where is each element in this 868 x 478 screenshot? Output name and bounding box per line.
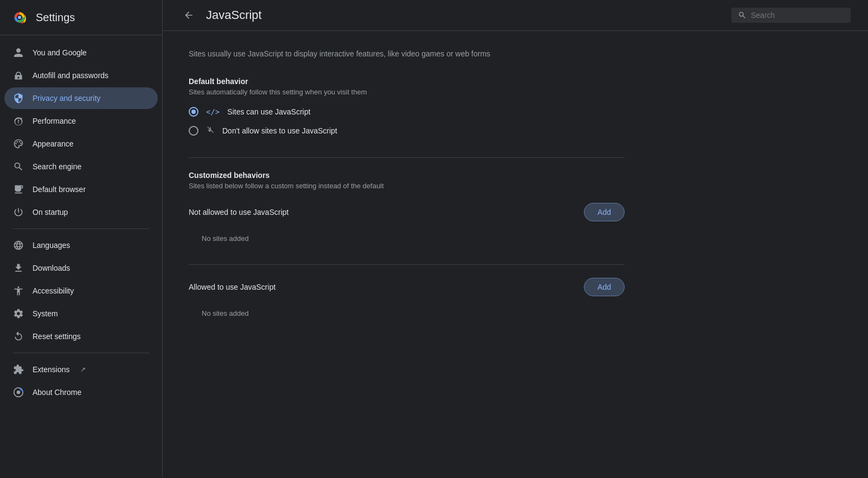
content-area: Sites usually use JavaScript to display … (163, 31, 651, 356)
appearance-icon (13, 138, 24, 149)
main-content: JavaScript Sites usually use JavaScript … (163, 0, 868, 478)
shield-icon (13, 93, 24, 104)
default-behavior-section: Default behavior Sites automatically fol… (189, 77, 625, 136)
sidebar-item-label: Search engine (33, 162, 81, 171)
radio-circle-allow[interactable] (189, 107, 198, 117)
sidebar-item-label: Accessibility (33, 286, 74, 295)
sidebar-title: Settings (36, 11, 75, 24)
sidebar-item-label: Extensions (33, 365, 69, 374)
radio-label-deny: Don't allow sites to use JavaScript (222, 126, 337, 135)
sidebar-item-label: Performance (33, 117, 76, 125)
chrome-about-icon (13, 387, 24, 398)
not-allowed-empty: No sites added (189, 226, 625, 251)
extensions-external-icon: ↗ (80, 366, 86, 373)
sidebar-item-on-startup[interactable]: On startup (4, 201, 158, 223)
sidebar-item-system[interactable]: System (4, 303, 158, 324)
languages-icon (13, 240, 24, 251)
performance-icon (13, 116, 24, 126)
sidebar-item-label: Default browser (33, 185, 86, 194)
sidebar-item-you-and-google[interactable]: You and Google (4, 42, 158, 63)
sidebar-item-about-chrome[interactable]: About Chrome (4, 381, 158, 403)
sidebar-divider-1 (13, 228, 149, 229)
allowed-add-button[interactable]: Add (584, 278, 625, 296)
svg-point-7 (17, 141, 18, 143)
browser-icon (13, 184, 24, 195)
not-allowed-add-button[interactable]: Add (584, 203, 625, 221)
sidebar-item-label: Privacy and security (33, 94, 100, 103)
js-deny-icon (206, 125, 215, 136)
default-behavior-title: Default behavior (189, 77, 625, 86)
sidebar-header: Settings (0, 0, 162, 35)
topbar-search[interactable] (731, 8, 851, 23)
sidebar-item-label: Appearance (33, 139, 74, 148)
page-description: Sites usually use JavaScript to display … (189, 48, 625, 60)
svg-point-5 (18, 16, 21, 19)
sidebar-item-label: About Chrome (33, 388, 81, 397)
radio-option-allow[interactable]: </> Sites can use JavaScript (189, 107, 625, 117)
topbar-search-icon (738, 11, 747, 20)
sidebar-item-label: System (33, 309, 58, 318)
sidebar-item-default-browser[interactable]: Default browser (4, 179, 158, 200)
sidebar-item-extensions[interactable]: Extensions ↗ (4, 359, 158, 380)
allowed-label: Allowed to use JavaScript (189, 283, 275, 291)
search-icon (13, 161, 24, 172)
accessibility-icon (13, 285, 24, 296)
radio-circle-deny[interactable] (189, 126, 198, 136)
sidebar-item-label: Autofill and passwords (33, 71, 108, 80)
customized-behaviors-section: Customized behaviors Sites listed below … (189, 171, 625, 326)
back-button[interactable] (180, 7, 197, 24)
reset-icon (13, 331, 24, 342)
sidebar: Settings You and Google Autofill and pas… (0, 0, 163, 478)
sidebar-item-privacy-security[interactable]: Privacy and security (4, 87, 158, 109)
radio-group: </> Sites can use JavaScript Don't allow… (189, 107, 625, 136)
allowed-row: Allowed to use JavaScript Add (189, 278, 625, 296)
sidebar-item-reset-settings[interactable]: Reset settings (4, 326, 158, 347)
topbar-search-input[interactable] (751, 11, 838, 20)
sidebar-item-appearance[interactable]: Appearance (4, 133, 158, 155)
svg-point-8 (19, 141, 21, 143)
js-allow-icon: </> (206, 107, 220, 116)
sidebar-item-autofill[interactable]: Autofill and passwords (4, 65, 158, 86)
customized-subtitle: Sites listed below follow a custom setti… (189, 182, 625, 190)
sidebar-item-label: Reset settings (33, 332, 81, 341)
extensions-icon (13, 364, 24, 375)
chrome-logo-icon (11, 9, 28, 26)
svg-point-9 (20, 143, 22, 144)
radio-option-deny[interactable]: Don't allow sites to use JavaScript (189, 125, 625, 136)
sidebar-nav: You and Google Autofill and passwords Pr… (0, 40, 162, 405)
allowed-divider (189, 264, 625, 265)
sidebar-item-label: You and Google (33, 48, 87, 57)
sidebar-item-label: On startup (33, 208, 68, 216)
sidebar-item-label: Languages (33, 241, 70, 250)
sidebar-divider-2 (13, 353, 149, 353)
sidebar-item-downloads[interactable]: Downloads (4, 257, 158, 279)
system-icon (13, 308, 24, 319)
page-title: JavaScript (206, 8, 723, 22)
radio-label-allow: Sites can use JavaScript (227, 107, 310, 116)
section-divider (189, 157, 625, 158)
svg-point-11 (17, 391, 21, 394)
svg-point-6 (15, 143, 17, 144)
startup-icon (13, 207, 24, 218)
not-allowed-row: Not allowed to use JavaScript Add (189, 203, 625, 221)
default-behavior-subtitle: Sites automatically follow this setting … (189, 88, 625, 96)
person-icon (13, 47, 24, 58)
downloads-icon (13, 263, 24, 273)
sidebar-item-languages[interactable]: Languages (4, 234, 158, 256)
allowed-empty: No sites added (189, 301, 625, 326)
customized-title: Customized behaviors (189, 171, 625, 180)
topbar: JavaScript (163, 0, 868, 31)
sidebar-item-label: Downloads (33, 264, 70, 272)
not-allowed-label: Not allowed to use JavaScript (189, 208, 288, 216)
sidebar-item-accessibility[interactable]: Accessibility (4, 280, 158, 302)
sidebar-item-performance[interactable]: Performance (4, 110, 158, 132)
sidebar-item-search-engine[interactable]: Search engine (4, 156, 158, 177)
autofill-icon (13, 70, 24, 81)
